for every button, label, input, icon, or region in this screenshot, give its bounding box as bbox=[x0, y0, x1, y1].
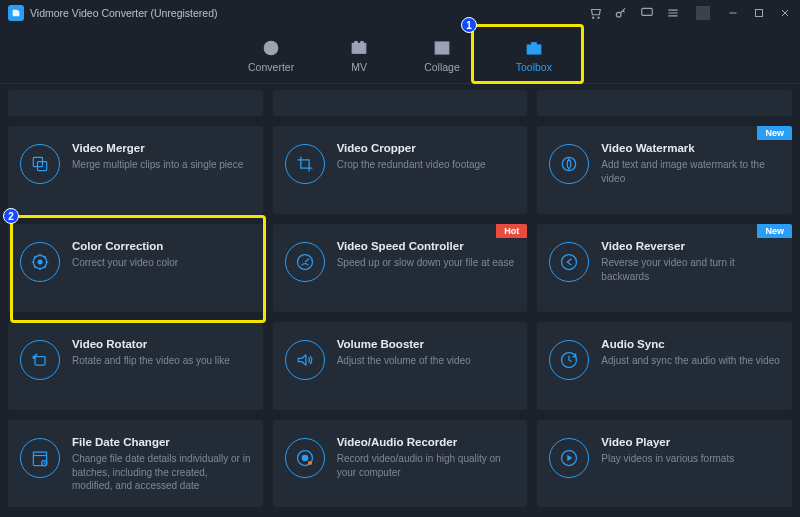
tab-collage[interactable]: Collage bbox=[424, 39, 460, 77]
tool-grid: Video Merger Merge multiple clips into a… bbox=[8, 126, 792, 507]
tool-desc: Record video/audio in high quality on yo… bbox=[337, 452, 516, 479]
tab-label: Converter bbox=[248, 61, 294, 73]
svg-point-19 bbox=[562, 255, 577, 270]
merger-icon bbox=[20, 144, 60, 184]
toolbox-content: Video Merger Merge multiple clips into a… bbox=[0, 84, 800, 507]
tab-label: MV bbox=[351, 61, 367, 73]
svg-rect-7 bbox=[352, 44, 366, 54]
tool-title: Volume Booster bbox=[337, 338, 516, 350]
menu-icon[interactable] bbox=[666, 6, 680, 20]
tool-title: Video Watermark bbox=[601, 142, 780, 154]
badge-new: New bbox=[757, 126, 792, 140]
tool-card-cropper[interactable]: Video Cropper Crop the redundant video f… bbox=[273, 126, 528, 214]
svg-marker-28 bbox=[568, 455, 573, 462]
tool-card-reverser[interactable]: New Video Reverser Reverse your video an… bbox=[537, 224, 792, 312]
tool-card-sync[interactable]: Audio Sync Adjust and sync the audio wit… bbox=[537, 322, 792, 410]
tab-mv[interactable]: MV bbox=[350, 39, 368, 77]
tool-desc: Change file date details individually or… bbox=[72, 452, 251, 493]
app-logo-icon bbox=[8, 5, 24, 21]
recorder-icon bbox=[285, 438, 325, 478]
tool-card-color[interactable]: Color Correction Correct your video colo… bbox=[8, 224, 263, 312]
tool-title: Video Speed Controller bbox=[337, 240, 516, 252]
svg-rect-20 bbox=[35, 357, 45, 365]
tab-converter[interactable]: Converter bbox=[248, 39, 294, 77]
feedback-icon[interactable] bbox=[640, 6, 654, 20]
tool-card-rotator[interactable]: Video Rotator Rotate and flip the video … bbox=[8, 322, 263, 410]
volume-icon bbox=[285, 340, 325, 380]
tab-toolbox[interactable]: Toolbox bbox=[516, 39, 552, 77]
cropper-icon bbox=[285, 144, 325, 184]
tab-label: Collage bbox=[424, 61, 460, 73]
main-tabs: Converter MV Collage Toolbox bbox=[0, 26, 800, 84]
svg-point-9 bbox=[361, 41, 364, 44]
rotator-icon bbox=[20, 340, 60, 380]
svg-rect-11 bbox=[527, 45, 541, 54]
tool-title: Video Reverser bbox=[601, 240, 780, 252]
tool-title: Video Rotator bbox=[72, 338, 251, 350]
sync-icon bbox=[549, 340, 589, 380]
tool-title: Audio Sync bbox=[601, 338, 780, 350]
key-icon[interactable] bbox=[614, 6, 628, 20]
tool-desc: Rotate and flip the video as you like bbox=[72, 354, 251, 368]
divider bbox=[696, 6, 710, 20]
tool-card-volume[interactable]: Volume Booster Adjust the volume of the … bbox=[273, 322, 528, 410]
tool-title: Video Merger bbox=[72, 142, 251, 154]
tool-desc: Reverse your video and turn it backwards bbox=[601, 256, 780, 283]
tool-card-partial[interactable] bbox=[537, 90, 792, 116]
tool-desc: Correct your video color bbox=[72, 256, 251, 270]
tool-title: Video Player bbox=[601, 436, 780, 448]
tool-desc: Adjust and sync the audio with the video bbox=[601, 354, 780, 368]
tool-card-partial[interactable] bbox=[273, 90, 528, 116]
reverser-icon bbox=[549, 242, 589, 282]
tool-card-partial[interactable] bbox=[8, 90, 263, 116]
tool-title: Video/Audio Recorder bbox=[337, 436, 516, 448]
tool-title: File Date Changer bbox=[72, 436, 251, 448]
tool-title: Video Cropper bbox=[337, 142, 516, 154]
tool-desc: Adjust the volume of the video bbox=[337, 354, 516, 368]
svg-point-1 bbox=[598, 17, 599, 18]
svg-point-8 bbox=[355, 41, 358, 44]
tool-card-merger[interactable]: Video Merger Merge multiple clips into a… bbox=[8, 126, 263, 214]
window-minimize-icon[interactable] bbox=[726, 6, 740, 20]
titlebar: Vidmore Video Converter (Unregistered) bbox=[0, 0, 800, 26]
badge-hot: Hot bbox=[496, 224, 527, 238]
svg-point-0 bbox=[593, 17, 594, 18]
badge-new: New bbox=[757, 224, 792, 238]
tab-label: Toolbox bbox=[516, 61, 552, 73]
tool-card-speed[interactable]: Hot Video Speed Controller Speed up or s… bbox=[273, 224, 528, 312]
svg-point-2 bbox=[616, 12, 621, 17]
svg-point-25 bbox=[301, 455, 308, 462]
player-icon bbox=[549, 438, 589, 478]
svg-rect-12 bbox=[532, 43, 537, 45]
window-close-icon[interactable] bbox=[778, 6, 792, 20]
date-icon bbox=[20, 438, 60, 478]
app-title: Vidmore Video Converter (Unregistered) bbox=[30, 7, 218, 19]
tool-desc: Add text and image watermark to the vide… bbox=[601, 158, 780, 185]
speed-icon bbox=[285, 242, 325, 282]
svg-point-26 bbox=[308, 461, 312, 465]
tool-card-date[interactable]: File Date Changer Change file date detai… bbox=[8, 420, 263, 507]
watermark-icon bbox=[549, 144, 589, 184]
svg-rect-4 bbox=[756, 10, 763, 17]
window-maximize-icon[interactable] bbox=[752, 6, 766, 20]
cart-icon[interactable] bbox=[588, 6, 602, 20]
color-icon bbox=[20, 242, 60, 282]
tool-desc: Play videos in various formats bbox=[601, 452, 780, 466]
tool-card-player[interactable]: Video Player Play videos in various form… bbox=[537, 420, 792, 507]
svg-point-17 bbox=[38, 260, 43, 265]
tool-title: Color Correction bbox=[72, 240, 251, 252]
tool-card-recorder[interactable]: Video/Audio Recorder Record video/audio … bbox=[273, 420, 528, 507]
tool-card-watermark[interactable]: New Video Watermark Add text and image w… bbox=[537, 126, 792, 214]
tool-desc: Crop the redundant video footage bbox=[337, 158, 516, 172]
tool-desc: Speed up or slow down your file at ease bbox=[337, 256, 516, 270]
tool-desc: Merge multiple clips into a single piece bbox=[72, 158, 251, 172]
